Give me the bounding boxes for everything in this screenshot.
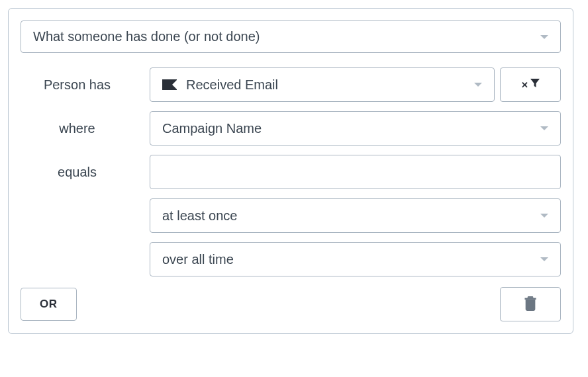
- footer-row: OR: [21, 287, 561, 321]
- time-range-value: over all time: [162, 252, 234, 267]
- row-equals: equals: [21, 155, 561, 189]
- x-icon: ✕: [521, 80, 528, 90]
- delete-button[interactable]: [500, 287, 561, 321]
- frequency-value: at least once: [162, 208, 237, 224]
- funnel-icon: [530, 78, 540, 91]
- row-time-range: over all time: [21, 242, 561, 276]
- frequency-select[interactable]: at least once: [150, 198, 561, 233]
- row-person-has: Person has Received Email ✕: [21, 67, 561, 102]
- person-has-value: Received Email: [186, 77, 278, 93]
- trash-icon: [524, 296, 536, 313]
- or-button[interactable]: OR: [21, 288, 77, 321]
- where-select[interactable]: Campaign Name: [150, 111, 561, 146]
- equals-input[interactable]: [150, 155, 561, 189]
- where-value: Campaign Name: [162, 121, 262, 136]
- condition-type-label: What someone has done (or not done): [33, 29, 260, 44]
- condition-type-dropdown[interactable]: What someone has done (or not done): [21, 21, 561, 53]
- chevron-down-icon: [540, 126, 548, 130]
- time-range-select[interactable]: over all time: [150, 242, 561, 276]
- person-has-label: Person has: [21, 77, 150, 93]
- chevron-down-icon: [540, 35, 548, 39]
- clear-filter-button[interactable]: ✕: [500, 67, 561, 102]
- chevron-down-icon: [540, 257, 548, 261]
- equals-label: equals: [21, 165, 150, 180]
- person-has-select[interactable]: Received Email: [150, 67, 495, 102]
- row-frequency: at least once: [21, 198, 561, 233]
- where-label: where: [21, 121, 150, 136]
- chevron-down-icon: [474, 83, 482, 87]
- flag-icon: [162, 79, 177, 90]
- chevron-down-icon: [540, 214, 548, 218]
- condition-card: What someone has done (or not done) Pers…: [8, 8, 573, 334]
- row-where: where Campaign Name: [21, 111, 561, 146]
